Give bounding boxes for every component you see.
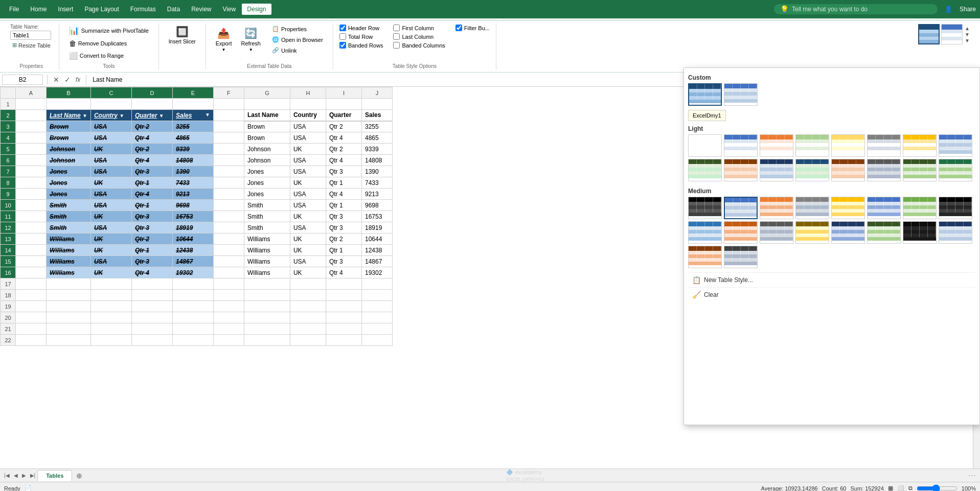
cell-E7[interactable]: 1390 xyxy=(172,166,213,177)
cell-I10[interactable]: Qtr 1 xyxy=(326,200,361,211)
menu-pagelayout[interactable]: Page Layout xyxy=(79,4,124,15)
cell-H19[interactable] xyxy=(290,301,326,312)
cell-C18[interactable] xyxy=(90,290,131,301)
cell-H4[interactable]: USA xyxy=(290,132,326,144)
cell-I5[interactable]: Qtr 2 xyxy=(326,144,361,155)
remove-duplicates-button[interactable]: 🗑 Remove Duplicates xyxy=(65,38,130,49)
style-thumb[interactable] xyxy=(760,159,793,181)
cell-H10[interactable]: USA xyxy=(290,200,326,211)
styles-scroll-down[interactable]: ▼ xyxy=(965,32,970,37)
cell-E20[interactable] xyxy=(172,312,213,323)
properties-button[interactable]: 📋Properties xyxy=(268,24,327,34)
cell-H17[interactable] xyxy=(290,278,326,290)
cell-E6[interactable]: 14808 xyxy=(172,155,213,166)
cell-I8[interactable]: Qtr 1 xyxy=(326,177,361,189)
cell-H9[interactable]: USA xyxy=(290,189,326,200)
menu-file[interactable]: File xyxy=(4,4,24,15)
cell-C13[interactable]: UK xyxy=(90,233,131,245)
cell-G22[interactable] xyxy=(244,335,290,346)
cell-A15[interactable] xyxy=(16,256,47,267)
share-button[interactable]: Share xyxy=(960,6,976,13)
cell-A22[interactable] xyxy=(16,335,47,346)
cell-A14[interactable] xyxy=(16,245,47,256)
style-thumb[interactable] xyxy=(724,197,758,219)
cell-G20[interactable] xyxy=(244,312,290,323)
cell-F4[interactable] xyxy=(213,132,244,144)
cell-C17[interactable] xyxy=(90,278,131,290)
cell-D4[interactable]: Qtr 4 xyxy=(131,132,172,144)
cell-G21[interactable] xyxy=(244,323,290,335)
cell-A12[interactable] xyxy=(16,222,47,233)
cell-E18[interactable] xyxy=(172,290,213,301)
cell-G7[interactable]: Jones xyxy=(244,166,290,177)
styles-dropdown-arrow[interactable]: ▼ xyxy=(965,38,970,43)
cell-F1[interactable] xyxy=(213,99,244,110)
cell-G11[interactable]: Smith xyxy=(244,211,290,222)
row-header-1[interactable]: 1 xyxy=(1,99,16,110)
cell-C16[interactable]: UK xyxy=(90,267,131,278)
cell-I7[interactable]: Qtr 3 xyxy=(326,166,361,177)
cell-F20[interactable] xyxy=(213,312,244,323)
style-thumb[interactable] xyxy=(688,246,722,268)
cell-G16[interactable]: Williams xyxy=(244,267,290,278)
cell-H12[interactable]: USA xyxy=(290,222,326,233)
cell-J9[interactable]: 9213 xyxy=(361,189,392,200)
cell-I17[interactable] xyxy=(326,278,361,290)
cell-F9[interactable] xyxy=(213,189,244,200)
cell-J22[interactable] xyxy=(361,335,392,346)
cell-C8[interactable]: UK xyxy=(90,177,131,189)
cell-F12[interactable] xyxy=(213,222,244,233)
cell-B3[interactable]: Brown xyxy=(47,121,91,132)
open-browser-button[interactable]: 🌐Open in Browser xyxy=(268,35,327,44)
style-thumb[interactable] xyxy=(760,134,793,157)
cell-C1[interactable] xyxy=(90,99,131,110)
row-header-17[interactable]: 17 xyxy=(1,278,16,290)
row-header-8[interactable]: 8 xyxy=(1,177,16,189)
menu-design[interactable]: Design xyxy=(242,4,271,15)
cell-E2[interactable]: Sales ▼ xyxy=(172,110,213,121)
cell-D12[interactable]: Qtr 3 xyxy=(131,222,172,233)
sheet-nav-next[interactable]: ▶ xyxy=(20,472,28,479)
add-sheet-button[interactable]: ⊕ xyxy=(73,471,85,481)
cell-B19[interactable] xyxy=(47,301,91,312)
cell-F19[interactable] xyxy=(213,301,244,312)
row-header-15[interactable]: 15 xyxy=(1,256,16,267)
row-header-14[interactable]: 14 xyxy=(1,245,16,256)
filter-button-checkbox-label[interactable]: Filter Bu... xyxy=(455,24,490,32)
export-button[interactable]: 📤 Export ▼ xyxy=(212,26,236,54)
menu-data[interactable]: Data xyxy=(162,4,185,15)
cell-A1[interactable] xyxy=(16,99,47,110)
style-thumb[interactable] xyxy=(939,197,972,219)
cell-B10[interactable]: Smith xyxy=(47,200,91,211)
cell-D16[interactable]: Qtr 4 xyxy=(131,267,172,278)
cell-G2[interactable]: Last Name xyxy=(244,110,290,121)
cell-H3[interactable]: USA xyxy=(290,121,326,132)
cancel-formula-icon[interactable]: ✕ xyxy=(52,76,61,84)
style-thumb[interactable] xyxy=(903,197,937,219)
styles-scroll-up[interactable]: ▲ xyxy=(965,26,970,31)
cell-A6[interactable] xyxy=(16,155,47,166)
cell-E13[interactable]: 10644 xyxy=(172,233,213,245)
cell-F17[interactable] xyxy=(213,278,244,290)
cell-A21[interactable] xyxy=(16,323,47,335)
banded-rows-checkbox-label[interactable]: Banded Rows xyxy=(339,41,383,49)
cell-E10[interactable]: 9698 xyxy=(172,200,213,211)
cell-H7[interactable]: USA xyxy=(290,166,326,177)
resize-table-button[interactable]: ⊞ Resize Table xyxy=(10,41,53,50)
sheet-tab-tables[interactable]: Tables xyxy=(37,470,72,481)
cell-H8[interactable]: UK xyxy=(290,177,326,189)
total-row-checkbox-label[interactable]: Total Row xyxy=(339,33,383,40)
col-header-I[interactable]: I xyxy=(326,87,361,99)
style-thumb[interactable] xyxy=(831,221,865,244)
style-thumb[interactable] xyxy=(939,221,972,244)
insert-function-icon[interactable]: fx xyxy=(74,76,82,83)
cell-C20[interactable] xyxy=(90,312,131,323)
cell-C2[interactable]: Country ▼ xyxy=(90,110,131,121)
cell-I4[interactable]: Qtr 4 xyxy=(326,132,361,144)
cell-F21[interactable] xyxy=(213,323,244,335)
summarize-pivottable-button[interactable]: 📊 Summarize with PivotTable xyxy=(65,24,152,37)
cell-I22[interactable] xyxy=(326,335,361,346)
cell-B13[interactable]: Williams xyxy=(47,233,91,245)
cell-I15[interactable]: Qtr 3 xyxy=(326,256,361,267)
cell-J18[interactable] xyxy=(361,290,392,301)
